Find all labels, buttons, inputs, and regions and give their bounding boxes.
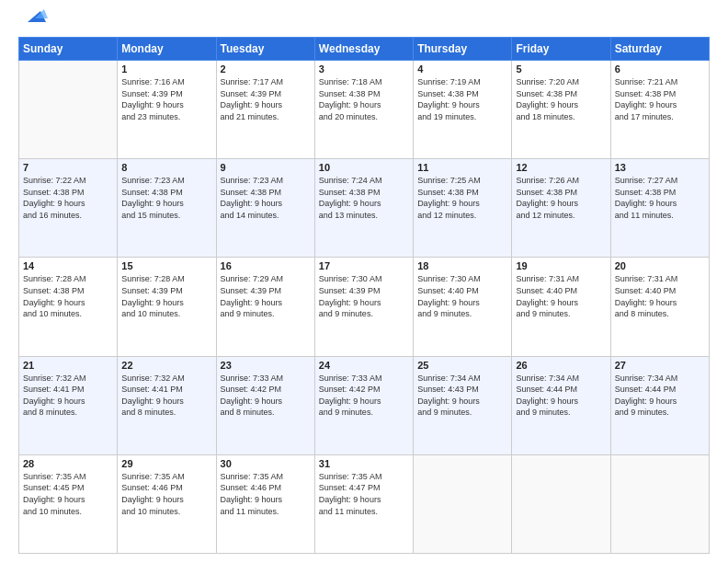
day-number: 28 [23, 458, 113, 469]
day-info: Sunrise: 7:26 AM Sunset: 4:38 PM Dayligh… [516, 175, 606, 221]
day-info: Sunrise: 7:23 AM Sunset: 4:38 PM Dayligh… [121, 175, 211, 221]
day-number: 30 [221, 458, 311, 469]
day-number: 9 [221, 162, 311, 173]
day-info: Sunrise: 7:28 AM Sunset: 4:39 PM Dayligh… [121, 273, 211, 319]
header [18, 17, 710, 29]
day-number: 4 [417, 63, 507, 75]
day-number: 3 [319, 63, 409, 75]
day-info: Sunrise: 7:33 AM Sunset: 4:42 PM Dayligh… [221, 373, 311, 419]
page: SundayMondayTuesdayWednesdayThursdayFrid… [0, 0, 728, 563]
calendar-day-7: 7Sunrise: 7:22 AM Sunset: 4:38 PM Daylig… [19, 159, 118, 258]
day-info: Sunrise: 7:22 AM Sunset: 4:38 PM Dayligh… [23, 175, 113, 221]
day-number: 26 [516, 360, 606, 371]
day-number: 19 [516, 260, 606, 271]
day-info: Sunrise: 7:21 AM Sunset: 4:38 PM Dayligh… [615, 76, 705, 122]
calendar-week-row: 1Sunrise: 7:16 AM Sunset: 4:39 PM Daylig… [19, 61, 710, 159]
calendar-day-10: 10Sunrise: 7:24 AM Sunset: 4:38 PM Dayli… [314, 159, 413, 258]
calendar-day-11: 11Sunrise: 7:25 AM Sunset: 4:38 PM Dayli… [414, 159, 512, 258]
day-number: 24 [319, 360, 409, 371]
day-number: 11 [417, 162, 507, 173]
day-info: Sunrise: 7:34 AM Sunset: 4:44 PM Dayligh… [615, 373, 705, 419]
calendar-day-2: 2Sunrise: 7:17 AM Sunset: 4:39 PM Daylig… [216, 61, 314, 159]
day-number: 23 [221, 360, 311, 371]
day-number: 1 [121, 63, 211, 75]
calendar-day-5: 5Sunrise: 7:20 AM Sunset: 4:38 PM Daylig… [512, 61, 610, 159]
day-number: 18 [417, 260, 507, 271]
day-number: 7 [23, 162, 113, 173]
calendar-empty-cell [610, 454, 709, 553]
calendar-day-26: 26Sunrise: 7:34 AM Sunset: 4:44 PM Dayli… [512, 356, 610, 454]
calendar-day-3: 3Sunrise: 7:18 AM Sunset: 4:38 PM Daylig… [314, 61, 413, 159]
calendar-day-29: 29Sunrise: 7:35 AM Sunset: 4:46 PM Dayli… [118, 454, 216, 553]
day-number: 8 [121, 162, 211, 173]
day-number: 29 [121, 458, 211, 469]
calendar-day-4: 4Sunrise: 7:19 AM Sunset: 4:38 PM Daylig… [414, 61, 512, 159]
calendar-day-25: 25Sunrise: 7:34 AM Sunset: 4:43 PM Dayli… [414, 356, 512, 454]
day-info: Sunrise: 7:32 AM Sunset: 4:41 PM Dayligh… [23, 373, 113, 419]
day-number: 21 [23, 360, 113, 371]
calendar-day-31: 31Sunrise: 7:35 AM Sunset: 4:47 PM Dayli… [314, 454, 413, 553]
calendar-header-saturday: Saturday [610, 38, 709, 61]
day-info: Sunrise: 7:20 AM Sunset: 4:38 PM Dayligh… [516, 76, 606, 122]
day-info: Sunrise: 7:31 AM Sunset: 4:40 PM Dayligh… [615, 273, 705, 319]
day-number: 27 [615, 360, 705, 371]
day-info: Sunrise: 7:29 AM Sunset: 4:39 PM Dayligh… [221, 273, 311, 319]
calendar-day-21: 21Sunrise: 7:32 AM Sunset: 4:41 PM Dayli… [19, 356, 118, 454]
day-number: 16 [221, 260, 311, 271]
day-number: 31 [319, 458, 409, 469]
calendar-header-friday: Friday [512, 38, 610, 61]
calendar-day-23: 23Sunrise: 7:33 AM Sunset: 4:42 PM Dayli… [216, 356, 314, 454]
day-info: Sunrise: 7:23 AM Sunset: 4:38 PM Dayligh… [221, 175, 311, 221]
day-info: Sunrise: 7:35 AM Sunset: 4:47 PM Dayligh… [319, 471, 409, 517]
logo [18, 17, 48, 29]
calendar-day-18: 18Sunrise: 7:30 AM Sunset: 4:40 PM Dayli… [414, 258, 512, 356]
day-number: 25 [417, 360, 507, 371]
calendar-day-19: 19Sunrise: 7:31 AM Sunset: 4:40 PM Dayli… [512, 258, 610, 356]
day-info: Sunrise: 7:34 AM Sunset: 4:43 PM Dayligh… [417, 373, 507, 419]
day-info: Sunrise: 7:16 AM Sunset: 4:39 PM Dayligh… [121, 76, 211, 122]
svg-marker-1 [35, 9, 48, 18]
day-number: 17 [319, 260, 409, 271]
day-info: Sunrise: 7:34 AM Sunset: 4:44 PM Dayligh… [516, 373, 606, 419]
day-number: 5 [516, 63, 606, 75]
calendar-day-17: 17Sunrise: 7:30 AM Sunset: 4:39 PM Dayli… [314, 258, 413, 356]
day-info: Sunrise: 7:27 AM Sunset: 4:38 PM Dayligh… [615, 175, 705, 221]
calendar-table: SundayMondayTuesdayWednesdayThursdayFrid… [18, 37, 710, 554]
day-number: 6 [615, 63, 705, 75]
calendar-day-8: 8Sunrise: 7:23 AM Sunset: 4:38 PM Daylig… [118, 159, 216, 258]
day-number: 20 [615, 260, 705, 271]
day-number: 10 [319, 162, 409, 173]
day-info: Sunrise: 7:35 AM Sunset: 4:46 PM Dayligh… [221, 471, 311, 517]
calendar-day-15: 15Sunrise: 7:28 AM Sunset: 4:39 PM Dayli… [118, 258, 216, 356]
day-info: Sunrise: 7:35 AM Sunset: 4:45 PM Dayligh… [23, 471, 113, 517]
calendar-header-monday: Monday [118, 38, 216, 61]
calendar-day-27: 27Sunrise: 7:34 AM Sunset: 4:44 PM Dayli… [610, 356, 709, 454]
logo-icon [20, 2, 48, 29]
calendar-empty-cell [19, 61, 118, 159]
day-info: Sunrise: 7:24 AM Sunset: 4:38 PM Dayligh… [319, 175, 409, 221]
calendar-header-thursday: Thursday [414, 38, 512, 61]
calendar-day-16: 16Sunrise: 7:29 AM Sunset: 4:39 PM Dayli… [216, 258, 314, 356]
calendar-header-sunday: Sunday [19, 38, 118, 61]
day-info: Sunrise: 7:30 AM Sunset: 4:40 PM Dayligh… [417, 273, 507, 319]
day-info: Sunrise: 7:18 AM Sunset: 4:38 PM Dayligh… [319, 76, 409, 122]
day-info: Sunrise: 7:19 AM Sunset: 4:38 PM Dayligh… [417, 76, 507, 122]
day-number: 2 [221, 63, 311, 75]
calendar-day-24: 24Sunrise: 7:33 AM Sunset: 4:42 PM Dayli… [314, 356, 413, 454]
day-number: 15 [121, 260, 211, 271]
day-info: Sunrise: 7:31 AM Sunset: 4:40 PM Dayligh… [516, 273, 606, 319]
day-number: 14 [23, 260, 113, 271]
day-info: Sunrise: 7:28 AM Sunset: 4:38 PM Dayligh… [23, 273, 113, 319]
day-number: 12 [516, 162, 606, 173]
calendar-day-6: 6Sunrise: 7:21 AM Sunset: 4:38 PM Daylig… [610, 61, 709, 159]
day-info: Sunrise: 7:25 AM Sunset: 4:38 PM Dayligh… [417, 175, 507, 221]
day-number: 22 [121, 360, 211, 371]
calendar-day-30: 30Sunrise: 7:35 AM Sunset: 4:46 PM Dayli… [216, 454, 314, 553]
day-info: Sunrise: 7:33 AM Sunset: 4:42 PM Dayligh… [319, 373, 409, 419]
calendar-week-row: 7Sunrise: 7:22 AM Sunset: 4:38 PM Daylig… [19, 159, 710, 258]
calendar-week-row: 21Sunrise: 7:32 AM Sunset: 4:41 PM Dayli… [19, 356, 710, 454]
calendar-header-wednesday: Wednesday [314, 38, 413, 61]
calendar-day-14: 14Sunrise: 7:28 AM Sunset: 4:38 PM Dayli… [19, 258, 118, 356]
day-info: Sunrise: 7:17 AM Sunset: 4:39 PM Dayligh… [221, 76, 311, 122]
day-info: Sunrise: 7:30 AM Sunset: 4:39 PM Dayligh… [319, 273, 409, 319]
